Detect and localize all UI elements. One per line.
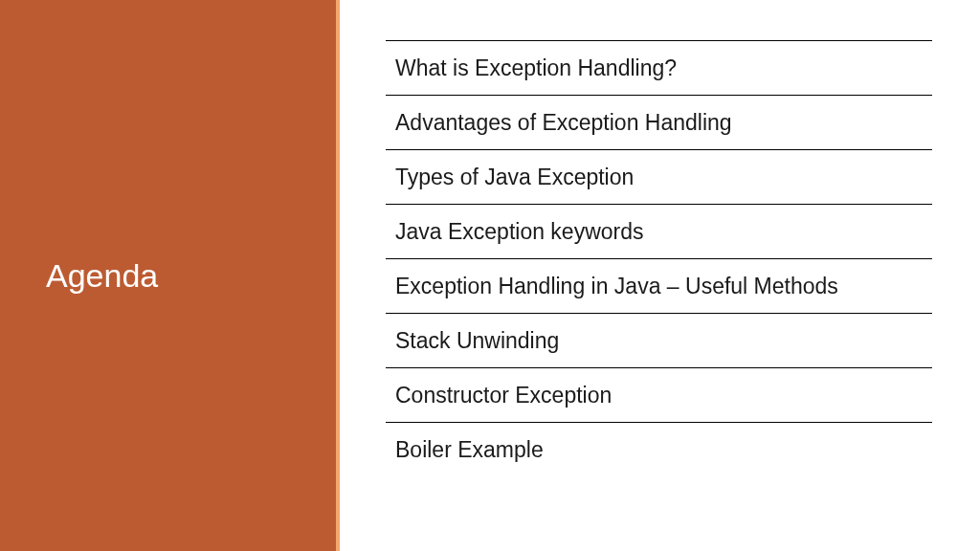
table-row: Java Exception keywords	[386, 205, 932, 259]
page-title: Agenda	[46, 257, 158, 295]
agenda-item-label: Java Exception keywords	[386, 205, 932, 259]
agenda-item-label: Constructor Exception	[386, 368, 932, 423]
agenda-item-label: What is Exception Handling?	[386, 41, 932, 96]
table-row: Exception Handling in Java – Useful Meth…	[386, 259, 932, 314]
table-row: Types of Java Exception	[386, 150, 932, 205]
table-row: Boiler Example	[386, 423, 932, 477]
agenda-item-label: Advantages of Exception Handling	[386, 96, 932, 150]
table-row: Stack Unwinding	[386, 314, 932, 368]
table-row: Constructor Exception	[386, 368, 932, 423]
content-panel: What is Exception Handling?Advantages of…	[340, 0, 980, 551]
agenda-item-label: Boiler Example	[386, 423, 932, 477]
agenda-table: What is Exception Handling?Advantages of…	[386, 40, 932, 476]
agenda-item-label: Exception Handling in Java – Useful Meth…	[386, 259, 932, 314]
table-row: Advantages of Exception Handling	[386, 96, 932, 150]
agenda-item-label: Stack Unwinding	[386, 314, 932, 368]
sidebar-panel: Agenda	[0, 0, 340, 551]
agenda-item-label: Types of Java Exception	[386, 150, 932, 205]
table-row: What is Exception Handling?	[386, 41, 932, 96]
